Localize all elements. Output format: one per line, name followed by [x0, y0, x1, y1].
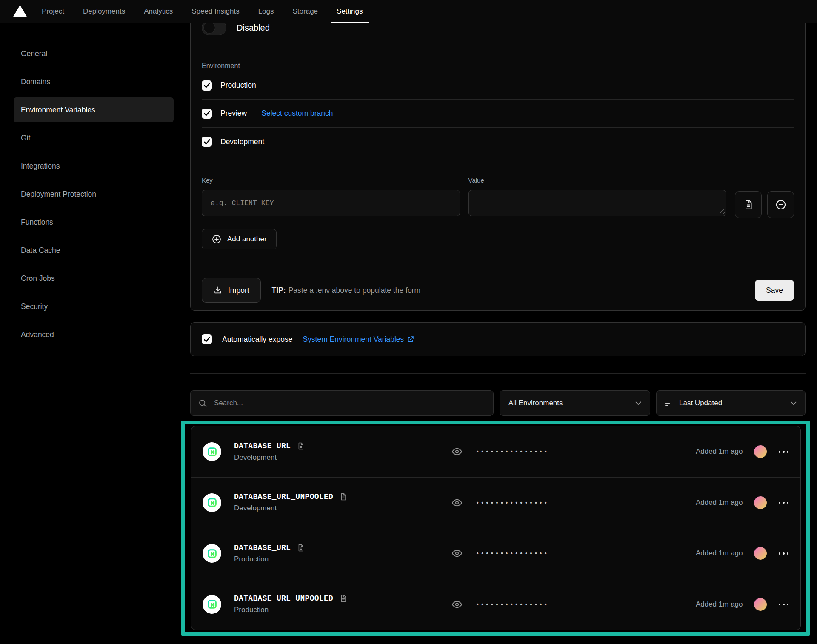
reveal-value-button[interactable]	[451, 598, 463, 610]
variable-value-block: •••••••••••••••	[451, 547, 696, 559]
environment-section: Environment Production	[191, 62, 805, 156]
row-menu-button[interactable]	[778, 601, 790, 608]
nav-tab[interactable]: Deployments	[83, 0, 125, 23]
nav-tab[interactable]: Analytics	[144, 0, 173, 23]
system-env-card: Automatically expose System Environment …	[190, 322, 806, 356]
variable-name-block: DATABASE_URL Production	[234, 544, 451, 564]
reveal-value-button[interactable]	[451, 446, 463, 458]
variable-name: DATABASE_URL	[234, 442, 291, 450]
system-env-checkbox[interactable]	[202, 334, 212, 344]
sidebar-item-label: General	[21, 49, 47, 58]
search-input[interactable]	[213, 398, 486, 408]
save-button[interactable]: Save	[755, 280, 794, 301]
environment-checkbox-row: Development	[202, 128, 794, 156]
nav-tab-label: Speed Insights	[191, 7, 239, 16]
row-menu-button[interactable]	[778, 499, 790, 507]
sort-icon	[665, 400, 673, 406]
env-variable-row[interactable]: DATABASE_URL Development •••••••	[191, 426, 800, 478]
add-another-button[interactable]: Add another	[202, 229, 277, 249]
nav-tab-label: Analytics	[144, 7, 173, 16]
variable-value-block: •••••••••••••••	[451, 497, 696, 509]
added-timestamp: Added 1m ago	[696, 549, 743, 558]
sort-select[interactable]: Last Updated	[656, 390, 806, 416]
variable-value-block: •••••••••••••••	[451, 446, 696, 458]
nav-tab[interactable]: Project	[42, 0, 64, 23]
env-variable-row[interactable]: DATABASE_URL_UNPOOLED Development	[191, 478, 800, 529]
vercel-triangle-icon	[13, 5, 27, 17]
masked-value: •••••••••••••••	[476, 448, 548, 455]
sidebar-item-label: Domains	[21, 77, 50, 86]
environment-checkbox[interactable]	[202, 80, 212, 91]
neon-logo-icon	[206, 598, 218, 610]
sidebar-item[interactable]: Git	[14, 126, 174, 150]
row-menu-button[interactable]	[778, 448, 790, 455]
variable-name-block: DATABASE_URL_UNPOOLED Development	[234, 492, 451, 512]
divider	[190, 373, 806, 374]
key-column: Key	[202, 177, 460, 218]
divider	[191, 51, 805, 51]
nav-tab[interactable]: Settings	[337, 0, 363, 23]
import-button[interactable]: Import	[202, 278, 261, 303]
variable-name: DATABASE_URL_UNPOOLED	[234, 594, 333, 603]
tip-body: Paste a .env above to populate the form	[289, 286, 420, 295]
environment-checkbox[interactable]	[202, 109, 212, 119]
environment-checkbox-row: Preview Select custom branch	[202, 100, 794, 128]
tip-bold: TIP:	[272, 286, 286, 295]
search-box[interactable]	[190, 390, 494, 416]
key-value-section: Key Value	[191, 156, 805, 218]
sort-value: Last Updated	[679, 399, 785, 407]
sidebar-item[interactable]: Security	[14, 294, 174, 319]
external-link-icon	[407, 335, 414, 343]
user-avatar	[754, 496, 767, 509]
environment-checkbox[interactable]	[202, 137, 212, 147]
env-var-form-card: Disabled Environment Production	[190, 4, 806, 311]
environment-checkbox-label: Development	[220, 137, 264, 146]
added-timestamp: Added 1m ago	[696, 447, 743, 456]
checkmark-icon	[204, 337, 210, 342]
row-menu-button[interactable]	[778, 550, 790, 557]
sidebar-item[interactable]: Advanced	[14, 322, 174, 347]
key-label: Key	[202, 177, 460, 184]
eye-icon	[451, 446, 463, 458]
reveal-value-button[interactable]	[451, 497, 463, 509]
textarea-resize-handle[interactable]	[720, 209, 725, 214]
form-footer: Import TIP:Paste a .env above to populat…	[191, 270, 805, 310]
eye-icon	[451, 598, 463, 610]
neon-integration-avatar	[203, 442, 221, 461]
variable-name: DATABASE_URL_UNPOOLED	[234, 492, 333, 501]
variable-value-block: •••••••••••••••	[451, 598, 696, 610]
variable-meta-block: Added 1m ago	[696, 496, 789, 509]
sidebar-item[interactable]: Cron Jobs	[14, 266, 174, 291]
neon-integration-avatar	[203, 595, 221, 614]
sidebar-item[interactable]: Functions	[14, 210, 174, 235]
import-label: Import	[228, 286, 249, 295]
system-env-link[interactable]: System Environment Variables	[303, 335, 414, 344]
sidebar-item-label: Security	[21, 302, 48, 311]
sidebar-item[interactable]: Integrations	[14, 154, 174, 178]
search-icon	[198, 399, 207, 408]
env-variable-row[interactable]: DATABASE_URL_UNPOOLED Production	[191, 579, 800, 630]
toggle-knob	[203, 22, 215, 34]
paste-file-button[interactable]	[735, 191, 762, 218]
select-custom-branch-link[interactable]: Select custom branch	[261, 109, 333, 118]
reveal-value-button[interactable]	[451, 547, 463, 559]
filter-row: All Environments Last Updated	[190, 390, 806, 416]
note-icon	[297, 442, 305, 450]
key-input[interactable]	[202, 190, 460, 216]
remove-row-button[interactable]	[767, 191, 794, 218]
sidebar-item[interactable]: Data Cache	[14, 238, 174, 263]
environment-filter-select[interactable]: All Environments	[500, 390, 650, 416]
vercel-logo[interactable]	[13, 0, 27, 23]
sidebar-item[interactable]: General	[14, 41, 174, 66]
sidebar-item[interactable]: Deployment Protection	[14, 182, 174, 206]
chevron-down-icon	[791, 401, 797, 405]
env-variable-row[interactable]: DATABASE_URL Production ••••••••	[191, 528, 800, 579]
environment-checkbox-row: Production	[202, 72, 794, 100]
nav-tab[interactable]: Storage	[293, 0, 318, 23]
sidebar-item[interactable]: Environment Variables	[14, 97, 174, 122]
nav-tab[interactable]: Speed Insights	[191, 0, 239, 23]
nav-tab[interactable]: Logs	[258, 0, 274, 23]
sidebar-item[interactable]: Domains	[14, 69, 174, 94]
value-input[interactable]	[468, 190, 727, 216]
checkmark-icon	[204, 83, 210, 88]
